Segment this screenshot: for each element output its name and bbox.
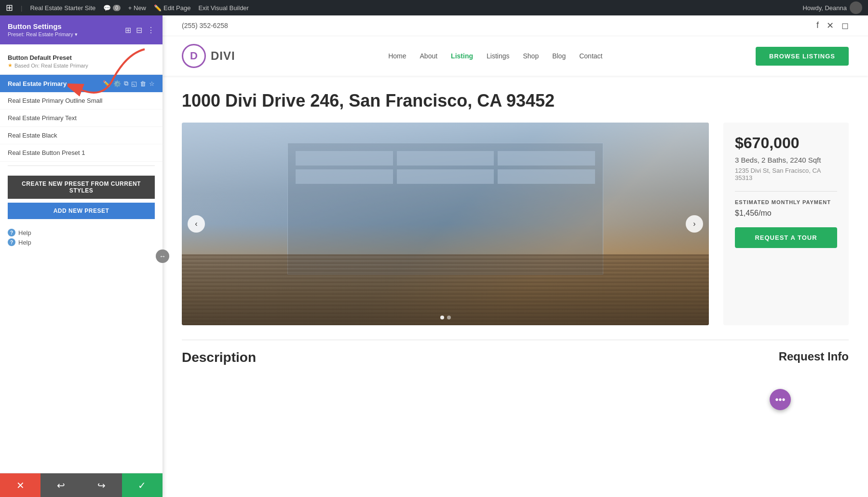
preset-item-outline-small[interactable]: Real Estate Primary Outline Small [0,92,163,110]
site-topbar: (255) 352-6258 f ✕ ◻ [163,15,868,36]
window-grid [288,143,603,192]
logo-circle: D [182,44,206,68]
help-icon-1: ? [8,229,15,236]
preset-label-outline-small: Real Estate Primary Outline Small [8,97,103,104]
active-preset-name: Real Estate Primary [8,80,67,87]
facebook-icon[interactable]: f [816,20,819,31]
help-label-2: Help [18,239,31,246]
exit-builder-label: Exit Visual Builder [198,4,249,12]
panel-preset-label: Preset: Real Estate Primary ▾ [8,31,78,38]
panel-header: Button Settings Preset: Real Estate Prim… [0,15,163,44]
nav-listings[interactable]: Listings [487,52,509,60]
wp-logo-icon[interactable]: ⊞ [6,2,13,13]
gallery-nav: ‹ › [182,215,709,233]
preset-edit-icon[interactable]: ✏️ [103,80,110,87]
nav-home[interactable]: Home [388,52,406,60]
user-avatar [850,1,862,14]
listing-gallery: ‹ › [182,123,709,325]
twitter-icon[interactable]: ✕ [827,20,834,31]
panel-icon-more[interactable]: ⋮ [147,26,155,35]
panel-resize-handle[interactable]: ↔ [156,249,169,263]
fab-icon: ••• [775,394,785,405]
site-nav: D DIVI Home About Listing Listings Shop … [163,36,868,76]
panel-icon-split[interactable]: ⊟ [136,26,142,35]
listing-title: 1000 Divi Drive 246, San Francisco, CA 9… [182,90,849,111]
logo-text: DIVI [211,49,235,63]
edit-page-label: Edit Page [163,4,190,12]
gallery-dots [440,316,451,319]
preset-item-active[interactable]: Real Estate Primary ✏️ ⚙️ ⧉ ◱ 🗑 ☆ [0,75,163,92]
preset-item-primary-text[interactable]: Real Estate Primary Text [0,110,163,127]
listing-sidebar: $670,000 3 Beds, 2 Baths, 2240 Sqft 1235… [723,123,849,325]
panel-header-icons: ⊞ ⊟ ⋮ [125,26,155,35]
redo-button[interactable]: ↪ [81,473,122,497]
help-icon-2: ? [8,238,15,246]
right-content: (255) 352-6258 f ✕ ◻ D DIVI Home About L… [163,15,868,497]
preset-settings-icon[interactable]: ⚙️ [113,80,121,87]
site-social: f ✕ ◻ [816,20,849,31]
site-phone: (255) 352-6258 [182,22,228,29]
preset-default-sub: ★ Based On: Real Estate Primary [8,62,155,69]
preset-label-black: Real Estate Black [8,132,57,139]
preset-item-button-preset-1[interactable]: Real Estate Button Preset 1 [0,144,163,162]
help-links: ? Help ? Help [0,225,163,252]
panel-icon-grid[interactable]: ⊞ [125,26,131,35]
save-button[interactable]: ✓ [122,473,163,497]
gallery-dot-2[interactable] [447,316,451,319]
cancel-button[interactable]: ✕ [0,473,41,497]
howdy-section: Howdy, Deanna [802,1,862,14]
preset-default-title: Button Default Preset [8,54,155,61]
nav-contact[interactable]: Contact [579,52,602,60]
preset-label-button-preset-1: Real Estate Button Preset 1 [8,149,85,156]
preset-list: Button Default Preset ★ Based On: Real E… [0,44,163,473]
gallery-prev-button[interactable]: ‹ [188,215,205,233]
preset-divider [8,166,155,166]
admin-bar-exit-builder[interactable]: Exit Visual Builder [198,4,249,12]
listing-divider [735,191,837,192]
request-info-block: Request Info [779,350,849,363]
cancel-icon: ✕ [16,480,25,491]
add-preset-button[interactable]: ADD NEW PRESET [8,203,155,219]
create-preset-button[interactable]: CREATE NEW PRESET FROM CURRENT STYLES [8,176,155,199]
admin-bar-site[interactable]: Real Estate Starter Site [30,4,95,12]
gallery-next-button[interactable]: › [686,215,703,233]
save-icon: ✓ [138,480,146,491]
admin-bar-edit-page[interactable]: ✏️ Edit Page [154,4,190,12]
fab-button[interactable]: ••• [770,389,791,410]
help-link-2[interactable]: ? Help [8,238,155,246]
gallery-dot-1[interactable] [440,316,444,319]
listing-main: ‹ › $670,000 3 Beds, 2 Baths, 2240 Sqft … [182,123,849,325]
instagram-icon[interactable]: ◻ [841,20,849,31]
preset-delete-icon[interactable]: 🗑 [140,80,146,87]
nav-about[interactable]: About [420,52,438,60]
preset-copy-icon[interactable]: ⧉ [124,80,128,87]
preset-item-black[interactable]: Real Estate Black [0,127,163,144]
nav-shop[interactable]: Shop [523,52,539,60]
listing-specs: 3 Beds, 2 Baths, 2240 Sqft [735,156,837,164]
nav-blog[interactable]: Blog [552,52,566,60]
logo-letter: D [190,50,198,62]
admin-bar-comments[interactable]: 💬 0 [103,4,121,12]
preset-star-icon[interactable]: ☆ [149,80,155,87]
undo-button[interactable]: ↩ [41,473,81,497]
nav-listing[interactable]: Listing [451,52,473,60]
wood-panel [182,254,709,325]
panel-title-group: Button Settings Preset: Real Estate Prim… [8,22,78,38]
listing-monthly: $1,456/mo [735,209,837,218]
star-icon: ★ [8,62,13,69]
listing-address: 1235 Divi St, San Fracisco, CA 35313 [735,167,837,181]
help-label-1: Help [18,229,31,236]
admin-bar-new[interactable]: + New [128,4,146,12]
comments-badge: 0 [113,5,121,11]
panel-preset-subtitle[interactable]: Preset: Real Estate Primary ▾ [8,31,78,38]
browse-listings-button[interactable]: BROWSE LISTINGS [756,47,849,66]
main-wrapper: Button Settings Preset: Real Estate Prim… [0,15,868,497]
preset-clone-icon[interactable]: ◱ [131,80,137,87]
help-link-1[interactable]: ? Help [8,229,155,236]
request-tour-button[interactable]: REQUEST A TOUR [735,227,837,248]
bottom-bar: ✕ ↩ ↪ ✓ [0,473,163,497]
description-block: Description [182,350,256,365]
new-label: + New [128,4,146,12]
preset-based-on: Based On: Real Estate Primary [14,63,88,69]
preset-label-primary-text: Real Estate Primary Text [8,114,77,122]
